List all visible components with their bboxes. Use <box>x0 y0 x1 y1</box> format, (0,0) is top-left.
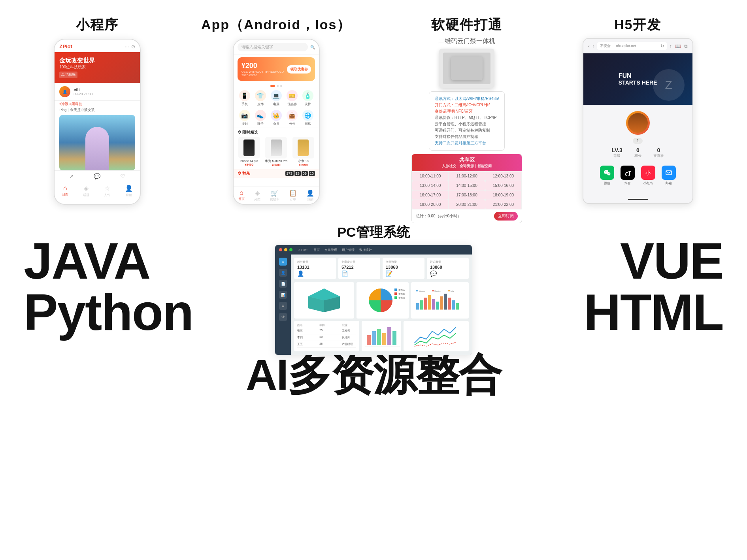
refresh-icon[interactable]: ↻ <box>660 43 664 49</box>
mini-nav-topic[interactable]: ◈ 话题 <box>83 185 89 197</box>
pc-logo: Z Pilot <box>298 248 307 252</box>
comment-icon[interactable]: 💬 <box>94 173 100 179</box>
xiaohongshu-label: 小红书 <box>643 181 653 185</box>
slot-7[interactable]: 16:00-17:00 <box>412 190 448 200</box>
slot-12[interactable]: 21:00-22:00 <box>485 200 521 209</box>
mini-nav-popular[interactable]: ☆ 人气 <box>104 185 110 197</box>
sidebar-users[interactable]: 👤 <box>279 269 287 277</box>
h5-level-label: 等级 <box>613 153 621 158</box>
app-orders-icon: 📋 <box>289 189 297 197</box>
svg-rect-15 <box>424 298 427 309</box>
product-iphone[interactable]: iphone 14 pro ¥8400 <box>237 137 262 167</box>
slot-8[interactable]: 17:00-18:00 <box>449 190 485 200</box>
mini-nav-fans[interactable]: 👤 粉丝 <box>125 185 133 197</box>
app-nav-home[interactable]: ⌂ 首页 <box>238 189 245 202</box>
cat-clothes[interactable]: 👕 服饰 <box>255 90 266 106</box>
cell-name-1: 张三 <box>297 329 311 333</box>
copy-icon[interactable]: ⧉ <box>684 43 688 49</box>
svg-rect-20 <box>444 294 447 309</box>
app-nav-orders[interactable]: 📋 订单 <box>289 189 297 202</box>
douyin-label: 抖音 <box>624 181 631 185</box>
schedule-title: 共享区 <box>414 156 519 164</box>
like-icon[interactable]: ♡ <box>120 173 125 179</box>
svg-rect-17 <box>432 299 435 310</box>
slot-11[interactable]: 20:00-21:00 <box>449 200 485 209</box>
sidebar-articles[interactable]: 📄 <box>279 280 287 288</box>
share-icon[interactable]: ↑ <box>670 43 672 49</box>
douyin-item[interactable]: 抖音 <box>621 166 635 185</box>
vue-text: VUE <box>584 235 723 287</box>
mini-nav-home[interactable]: ⌂ 封面 <box>62 185 68 197</box>
col-name: 姓名 <box>297 323 311 327</box>
top-section: 小程序 ZPiot ··· ⊙ 金玩改变世界 100位科技玩家 品品精选 👤 c… <box>0 0 747 231</box>
app-banner-btn[interactable]: 领取优惠券 <box>287 65 311 74</box>
stat-card-comments: 评论数量 13868 💬 <box>427 258 469 279</box>
stat-card-count: 文章数量 13868 📝 <box>383 258 424 279</box>
svg-rect-23 <box>456 303 459 310</box>
wechat-label: 微信 <box>604 181 610 185</box>
cat-network[interactable]: 🌐 网络 <box>302 110 313 126</box>
product-xiaomi[interactable]: 小米 13 ¥3999 <box>291 137 316 167</box>
wechat-item[interactable]: 微信 <box>600 166 614 185</box>
cell-age-2: 30 <box>319 336 334 339</box>
cat-vip[interactable]: 👑 会员 <box>271 110 282 126</box>
door-row: 开门方式：二维码/IC卡/CPU卡/ <box>435 102 499 108</box>
sidebar-charts[interactable]: 📊 <box>279 291 287 299</box>
cat-shoes[interactable]: 👟 鞋子 <box>255 110 266 126</box>
sidebar-home[interactable]: ⌂ <box>279 258 287 266</box>
slot-2[interactable]: 11:00-12:00 <box>449 172 485 181</box>
cat-bag[interactable]: 👜 包包 <box>287 110 298 126</box>
email-item[interactable]: 邮箱 <box>662 166 676 185</box>
sidebar-eye[interactable]: 👁 <box>279 313 287 321</box>
cat-phone[interactable]: 📱 手机 <box>239 90 250 106</box>
app-nav-category[interactable]: ◈ 分类 <box>254 189 260 202</box>
share-icon[interactable]: ↗ <box>69 173 74 179</box>
dot-yellow <box>284 248 287 251</box>
pc-nav-item-3[interactable]: 用户管理 <box>342 248 355 252</box>
forward-icon[interactable]: › <box>593 43 594 49</box>
svg-rect-14 <box>420 300 423 309</box>
cat-computer[interactable]: 💻 电脑 <box>271 90 282 106</box>
cat-bag-icon: 👜 <box>287 110 298 121</box>
support-row: 支持对接任何品牌控制器 <box>435 134 499 140</box>
slot-10[interactable]: 19:00-20:00 <box>412 200 448 209</box>
slot-5[interactable]: 14:00-15:00 <box>449 181 485 190</box>
hardware-block: 软硬件打通 二维码云门禁一体机 通讯方式：以太网/WIFI/串稳/RS485! … <box>411 16 522 223</box>
cat-coupon[interactable]: 🎫 优惠券 <box>287 90 298 106</box>
search-button[interactable]: 🔍 <box>310 45 315 49</box>
timer-sec: 09 <box>302 171 308 176</box>
mini-nav: ⌂ 封面 ◈ 话题 ☆ 人气 👤 粉丝 <box>55 182 140 200</box>
app-nav-cart[interactable]: 🛒 购物车 <box>270 189 279 202</box>
slot-9[interactable]: 18:00-19:00 <box>485 190 521 200</box>
xiaohongshu-item[interactable]: 小 小红书 <box>641 166 655 185</box>
cat-photo[interactable]: 📷 摄影 <box>239 110 250 126</box>
bookmark-icon[interactable]: 📖 <box>675 43 681 49</box>
fun-text: FUN <box>619 72 657 79</box>
stat-count-icon: 📝 <box>386 270 421 277</box>
cat-care[interactable]: 🧴 洗护 <box>302 90 313 106</box>
slot-3[interactable]: 12:00-13:00 <box>485 172 521 181</box>
product-iphone-price: ¥8400 <box>245 163 253 166</box>
mini-nav-fans-label: 粉丝 <box>126 193 132 197</box>
book-button[interactable]: 立即订阅 <box>494 212 518 221</box>
product-huawei[interactable]: 华为 Mate60 Pro ¥8600 <box>264 137 289 167</box>
slot-4[interactable]: 13:00-14:00 <box>412 181 448 190</box>
pc-table-row-1: 张三 25 工程师 <box>297 329 356 334</box>
hardware-info-box: 通讯方式：以太网/WIFI/串稳/RS485! 开门方式：二维码/IC卡/CPU… <box>429 91 505 151</box>
pc-nav-item-1[interactable]: 首页 <box>313 248 320 252</box>
slot-1[interactable]: 10:00-11:00 <box>412 172 448 181</box>
app-nav-profile[interactable]: 👤 我的 <box>306 189 314 202</box>
sidebar-settings[interactable]: ⚙ <box>279 302 287 310</box>
search-input[interactable]: 请输入搜索关键字 <box>238 43 308 51</box>
pc-section: PC管理系统 Z Pilot 首页 文章管理 用户管理 数据统计 ⌂ <box>275 223 472 355</box>
cat-vip-label: 会员 <box>273 122 279 126</box>
pc-nav-item-2[interactable]: 文章管理 <box>324 248 337 252</box>
svg-text:类型C: 类型C <box>398 297 405 299</box>
h5-avatar <box>626 111 650 135</box>
h5-url-bar[interactable]: 不安全 — nfc.zpilot.net ↻ <box>597 42 667 50</box>
product-huawei-price: ¥8600 <box>272 163 281 167</box>
python-text: Python <box>24 287 193 338</box>
pc-nav-item-4[interactable]: 数据统计 <box>359 248 372 252</box>
slot-6[interactable]: 15:00-16:00 <box>485 181 521 190</box>
back-icon[interactable]: ‹ <box>588 43 590 49</box>
